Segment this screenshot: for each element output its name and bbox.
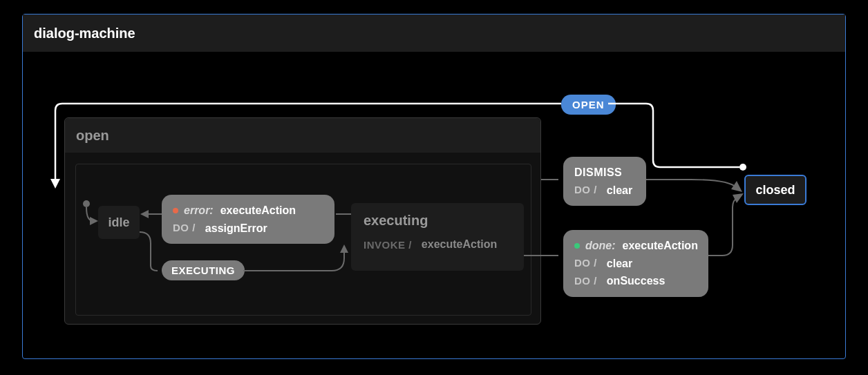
state-executing-label: executing	[364, 213, 511, 229]
state-machine-canvas[interactable]: dialog-machine open idle executing INVOK…	[0, 0, 868, 375]
state-executing-invoke: INVOKE / executeAction	[364, 238, 511, 251]
state-open-label: open	[76, 128, 109, 144]
transition-dismiss-label: DISMISS	[574, 164, 622, 182]
transition-error[interactable]: error: executeAction DO / assignError	[162, 195, 334, 244]
transition-done-event-name: executeAction	[623, 237, 698, 255]
transition-done[interactable]: done: executeAction DO / clear DO / onSu…	[563, 230, 708, 297]
transition-error-action: assignError	[205, 220, 267, 238]
done-dot-icon	[574, 243, 580, 249]
invoke-keyword: INVOKE /	[364, 239, 412, 251]
transition-open-label: OPEN	[572, 99, 605, 110]
state-idle-label: idle	[108, 215, 129, 230]
do-keyword: DO /	[574, 273, 597, 289]
state-closed-label: closed	[755, 183, 795, 198]
transition-done-event-kind: done:	[585, 237, 616, 255]
state-closed[interactable]: closed	[744, 175, 806, 205]
transition-done-action-1: clear	[607, 255, 632, 273]
transition-executing-label: EXECUTING	[171, 265, 235, 276]
state-open-header: open	[65, 118, 540, 153]
machine-header: dialog-machine	[23, 15, 845, 52]
machine-title: dialog-machine	[34, 26, 135, 41]
do-keyword: DO /	[173, 220, 196, 236]
transition-error-event-kind: error:	[184, 202, 214, 220]
do-keyword: DO /	[574, 255, 597, 271]
transition-done-action-2: onSuccess	[607, 272, 665, 290]
transition-executing-event[interactable]: EXECUTING	[162, 260, 245, 280]
transition-dismiss[interactable]: DISMISS DO / clear	[563, 157, 646, 206]
state-executing[interactable]: executing INVOKE / executeAction	[351, 203, 524, 271]
invoke-service-name: executeAction	[422, 238, 497, 251]
error-dot-icon	[173, 208, 178, 213]
do-keyword: DO /	[574, 182, 597, 198]
transition-error-event-name: executeAction	[220, 202, 296, 220]
transition-dismiss-action: clear	[607, 182, 632, 200]
state-idle[interactable]: idle	[98, 206, 140, 239]
transition-open-event[interactable]: OPEN	[561, 95, 616, 115]
